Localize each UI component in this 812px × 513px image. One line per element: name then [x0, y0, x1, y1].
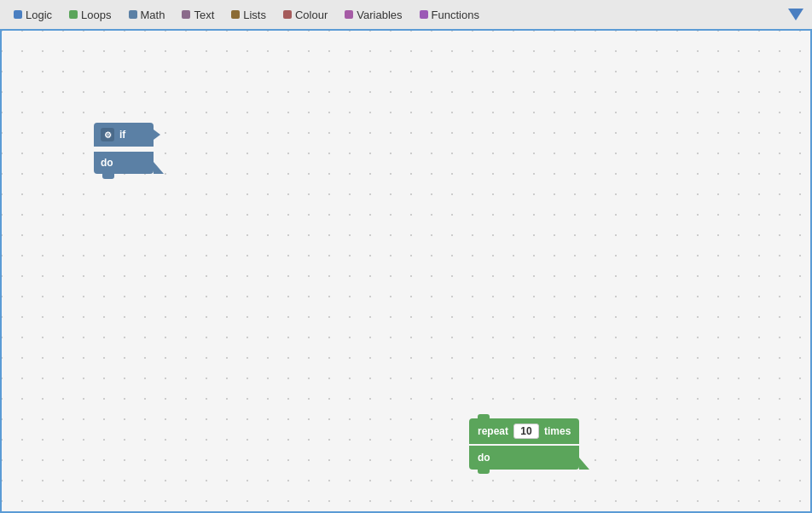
- tab-logic[interactable]: Logic: [7, 5, 59, 25]
- repeat-block-do[interactable]: do: [469, 446, 579, 470]
- tab-loops[interactable]: Loops: [62, 5, 118, 25]
- tab-variables-label: Variables: [357, 9, 402, 21]
- times-label: times: [544, 425, 571, 437]
- tab-colour-label: Colour: [295, 9, 328, 21]
- tab-text[interactable]: Text: [175, 5, 221, 25]
- tab-lists[interactable]: Lists: [224, 5, 273, 25]
- lists-dot: [231, 10, 240, 19]
- colour-dot: [283, 10, 292, 19]
- notch-connector: [102, 174, 114, 179]
- text-dot: [182, 10, 190, 19]
- do-label: do: [101, 157, 113, 169]
- tab-functions-label: Functions: [432, 9, 479, 21]
- logic-dot: [14, 10, 22, 19]
- block-canvas[interactable]: ⚙ if do repeat 10 times do: [0, 31, 812, 513]
- repeat-block[interactable]: repeat 10 times do: [469, 418, 579, 470]
- repeat-label: repeat: [478, 425, 508, 437]
- repeat-value-input[interactable]: 10: [513, 424, 539, 439]
- tab-loops-label: Loops: [81, 9, 111, 21]
- tab-text-label: Text: [194, 9, 214, 21]
- repeat-do-label: do: [478, 452, 490, 464]
- loops-dot: [69, 10, 78, 19]
- toolbar: Logic Loops Math Text Lists Colour Varia…: [0, 0, 812, 31]
- if-block-do[interactable]: do: [94, 152, 154, 174]
- math-dot: [129, 10, 137, 19]
- repeat-block-top[interactable]: repeat 10 times: [469, 418, 579, 444]
- variables-dot: [345, 10, 353, 19]
- tab-variables[interactable]: Variables: [338, 5, 409, 25]
- tab-math-label: Math: [141, 9, 165, 21]
- if-block-top[interactable]: ⚙ if: [94, 123, 154, 147]
- if-label: if: [119, 129, 125, 141]
- repeat-notch: [478, 469, 490, 474]
- dropdown-arrow-icon[interactable]: [788, 9, 803, 20]
- tab-functions[interactable]: Functions: [413, 5, 486, 25]
- tab-lists-label: Lists: [243, 9, 266, 21]
- tab-colour[interactable]: Colour: [276, 5, 334, 25]
- if-block[interactable]: ⚙ if do: [94, 123, 154, 174]
- gear-icon[interactable]: ⚙: [101, 128, 114, 141]
- tab-math[interactable]: Math: [122, 5, 172, 25]
- tab-logic-label: Logic: [26, 9, 52, 21]
- functions-dot: [420, 10, 428, 19]
